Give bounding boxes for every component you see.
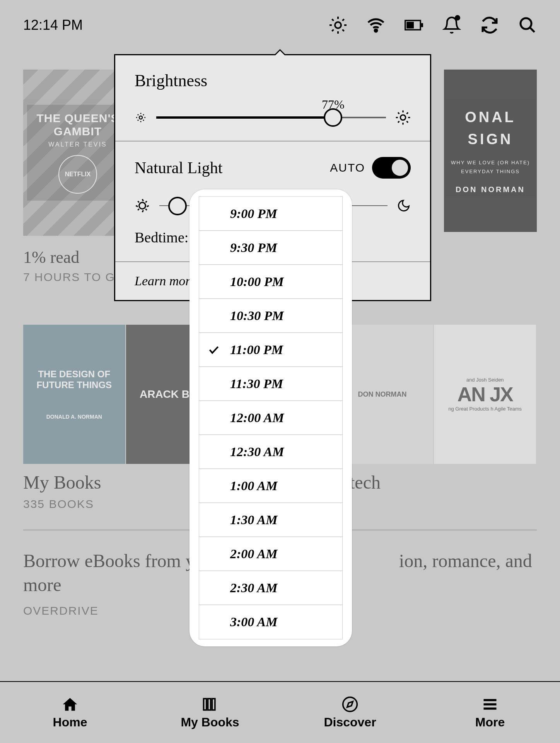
- time-option-label: 1:30 AM: [230, 513, 277, 527]
- svg-line-27: [398, 112, 400, 114]
- svg-rect-12: [421, 23, 423, 27]
- nav-home[interactable]: Home: [0, 682, 140, 743]
- nav-discover[interactable]: Discover: [280, 682, 420, 743]
- moon-icon: [397, 199, 411, 213]
- time-option-label: 9:00 PM: [230, 206, 277, 221]
- status-bar: 12:14 PM: [0, 0, 560, 50]
- svg-line-7: [332, 29, 333, 31]
- time-option[interactable]: 9:00 PM: [199, 197, 342, 231]
- reading-progress: 1% read: [23, 247, 79, 267]
- svg-rect-36: [212, 699, 215, 710]
- svg-point-24: [400, 115, 405, 120]
- wifi-icon[interactable]: [367, 16, 385, 34]
- svg-point-9: [375, 29, 377, 32]
- svg-line-3: [332, 19, 333, 20]
- time-option[interactable]: 3:00 AM: [199, 605, 342, 639]
- svg-marker-38: [347, 701, 353, 707]
- time-option-label: 11:00 PM: [230, 343, 283, 357]
- brightness-slider[interactable]: 77%: [135, 110, 411, 125]
- bottom-nav: Home My Books Discover More: [0, 681, 560, 743]
- notification-bell-icon[interactable]: [442, 16, 461, 34]
- book-cover[interactable]: THE DESIGN OF FUTURE THINGS DONALD A. NO…: [23, 325, 126, 464]
- time-option[interactable]: 9:30 PM: [199, 231, 342, 265]
- bedtime-time-picker: 9:00 PM9:30 PM10:00 PM10:30 PM11:00 PM11…: [190, 189, 352, 646]
- time-option[interactable]: 2:00 AM: [199, 537, 342, 571]
- time-option-label: 11:30 PM: [230, 377, 283, 391]
- time-option-label: 10:00 PM: [230, 274, 284, 289]
- menu-icon: [481, 696, 499, 713]
- time-option[interactable]: 12:30 AM: [199, 435, 342, 469]
- popover-arrow: [274, 49, 286, 55]
- slider-thumb[interactable]: [324, 108, 342, 127]
- brightness-heading: Brightness: [135, 71, 411, 90]
- time-option-label: 1:00 AM: [230, 479, 277, 493]
- notification-dot: [455, 15, 460, 20]
- svg-rect-35: [208, 699, 211, 710]
- book-author: WALTER TEVIS: [34, 141, 121, 148]
- time-option-label: 2:30 AM: [230, 581, 277, 595]
- sun-outline-icon: [135, 198, 150, 213]
- time-remaining: 7 HOURS TO GO: [23, 271, 125, 284]
- time-option[interactable]: 11:00 PM: [199, 333, 342, 367]
- netflix-badge: NETFLIX: [58, 155, 97, 194]
- time-option-label: 12:00 AM: [230, 411, 284, 425]
- sun-small-icon: [135, 111, 147, 124]
- svg-point-0: [335, 22, 341, 28]
- search-icon[interactable]: [518, 16, 537, 34]
- nav-my-books[interactable]: My Books: [140, 682, 280, 743]
- sun-large-icon: [395, 110, 411, 125]
- time-option[interactable]: 11:30 PM: [199, 367, 342, 401]
- book-cover-design[interactable]: ONAL SIGN WHY WE LOVE (OR HATE) EVERYDAY…: [444, 70, 537, 232]
- svg-line-32: [407, 112, 408, 114]
- svg-line-23: [143, 114, 144, 115]
- book-title: THE QUEEN'S GAMBIT: [34, 112, 121, 138]
- svg-rect-34: [204, 699, 207, 710]
- nav-more[interactable]: More: [420, 682, 560, 743]
- compass-icon: [341, 696, 359, 713]
- svg-line-28: [407, 121, 408, 123]
- brightness-icon[interactable]: [329, 16, 347, 34]
- time-option[interactable]: 10:00 PM: [199, 265, 342, 299]
- my-books-section[interactable]: My Books 335 BOOKS: [23, 472, 101, 511]
- auto-label: AUTO: [330, 161, 365, 174]
- slider-thumb[interactable]: [168, 197, 187, 215]
- auto-toggle[interactable]: [372, 157, 411, 179]
- svg-point-13: [521, 18, 531, 29]
- books-icon: [201, 696, 219, 713]
- time-option[interactable]: 1:30 AM: [199, 503, 342, 537]
- svg-line-8: [342, 19, 344, 20]
- time-option[interactable]: 2:30 AM: [199, 571, 342, 605]
- svg-line-31: [398, 121, 400, 123]
- svg-line-20: [138, 114, 138, 115]
- svg-line-4: [342, 29, 344, 31]
- time-option-label: 10:30 PM: [230, 308, 284, 323]
- time-option[interactable]: 1:00 AM: [199, 469, 342, 503]
- svg-line-14: [530, 27, 534, 32]
- home-icon: [61, 696, 79, 713]
- svg-point-37: [343, 697, 357, 711]
- natural-light-heading: Natural Light: [135, 158, 222, 177]
- time-option-label: 9:30 PM: [230, 240, 277, 255]
- svg-rect-11: [406, 22, 414, 28]
- svg-point-15: [139, 116, 142, 119]
- time-option[interactable]: 10:30 PM: [199, 299, 342, 333]
- time-option[interactable]: 12:00 AM: [199, 401, 342, 435]
- time-option-label: 3:00 AM: [230, 615, 277, 629]
- sync-icon[interactable]: [480, 16, 499, 34]
- section-title: My Books: [23, 472, 101, 493]
- time-option-label: 12:30 AM: [230, 445, 284, 459]
- svg-line-22: [138, 120, 138, 121]
- time-option-label: 2:00 AM: [230, 547, 277, 561]
- battery-icon[interactable]: [405, 16, 423, 34]
- clock: 12:14 PM: [23, 17, 83, 33]
- svg-line-21: [143, 120, 144, 121]
- book-count: 335 BOOKS: [23, 498, 101, 511]
- svg-point-33: [139, 203, 146, 209]
- check-icon: [208, 344, 220, 356]
- book-cover[interactable]: and Josh Seiden AN JX ng Great Products …: [434, 325, 537, 464]
